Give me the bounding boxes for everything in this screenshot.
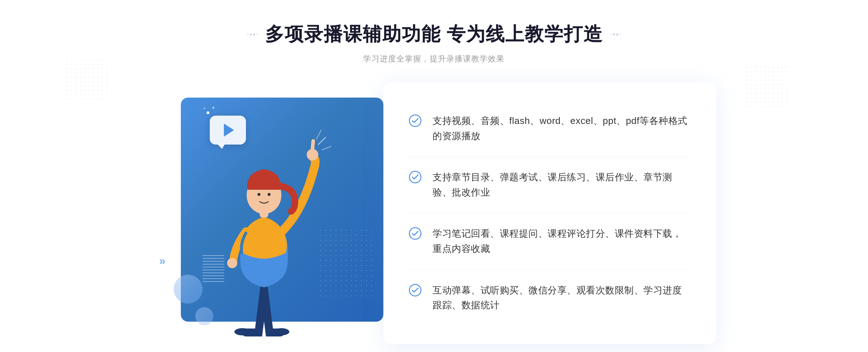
svg-point-15 xyxy=(409,171,421,183)
svg-point-2 xyxy=(204,108,205,109)
person-illustration xyxy=(152,87,398,340)
feature-text-4: 互动弹幕、试听购买、微信分享、观看次数限制、学习进度跟踪、数据统计 xyxy=(433,283,691,313)
svg-point-14 xyxy=(409,115,421,126)
svg-line-11 xyxy=(318,137,326,145)
feature-text-1: 支持视频、音频、flash、word、excel、ppt、pdf等各种格式的资源… xyxy=(433,113,691,143)
features-panel: 支持视频、音频、flash、word、excel、ppt、pdf等各种格式的资源… xyxy=(383,82,716,344)
svg-point-9 xyxy=(258,193,260,196)
svg-point-16 xyxy=(409,228,421,239)
main-title: 多项录播课辅助功能 专为线上教学打造 xyxy=(265,22,603,47)
svg-point-10 xyxy=(268,193,271,196)
svg-point-17 xyxy=(409,284,421,296)
header-section: 多项录播课辅助功能 专为线上教学打造 学习进度全掌握，提升录播课教学效果 xyxy=(247,22,621,64)
svg-point-1 xyxy=(213,107,214,108)
content-area: » xyxy=(145,82,723,344)
check-icon-1 xyxy=(409,114,422,127)
svg-point-0 xyxy=(207,111,209,114)
check-icon-4 xyxy=(409,284,422,297)
feature-text-3: 学习笔记回看、课程提问、课程评论打分、课件资料下载，重点内容收藏 xyxy=(433,226,691,256)
svg-line-13 xyxy=(316,130,321,139)
title-decorator-left xyxy=(247,34,258,35)
feature-item-1: 支持视频、音频、flash、word、excel、ppt、pdf等各种格式的资源… xyxy=(409,100,691,157)
check-icon-3 xyxy=(409,227,422,240)
dots-left xyxy=(65,58,109,101)
check-icon-2 xyxy=(409,171,422,184)
feature-text-2: 支持章节目录、弹题考试、课后练习、课后作业、章节测验、批改作业 xyxy=(433,170,691,200)
page-container: 多项录播课辅助功能 专为线上教学打造 学习进度全掌握，提升录播课教学效果 » xyxy=(0,0,868,352)
feature-item-3: 学习笔记回看、课程提问、课程评论打分、课件资料下载，重点内容收藏 xyxy=(409,213,691,270)
svg-point-6 xyxy=(227,258,237,268)
title-row: 多项录播课辅助功能 专为线上教学打造 xyxy=(247,22,621,47)
svg-point-3 xyxy=(234,328,250,335)
svg-point-4 xyxy=(273,328,289,335)
dots-right xyxy=(745,65,788,108)
feature-item-2: 支持章节目录、弹题考试、课后练习、课后作业、章节测验、批改作业 xyxy=(409,157,691,213)
illustration-container: » xyxy=(152,87,398,340)
svg-line-12 xyxy=(322,146,331,150)
subtitle: 学习进度全掌握，提升录播课教学效果 xyxy=(247,53,621,64)
feature-item-4: 互动弹幕、试听购买、微信分享、观看次数限制、学习进度跟踪、数据统计 xyxy=(409,270,691,326)
title-decorator-right xyxy=(610,34,621,35)
